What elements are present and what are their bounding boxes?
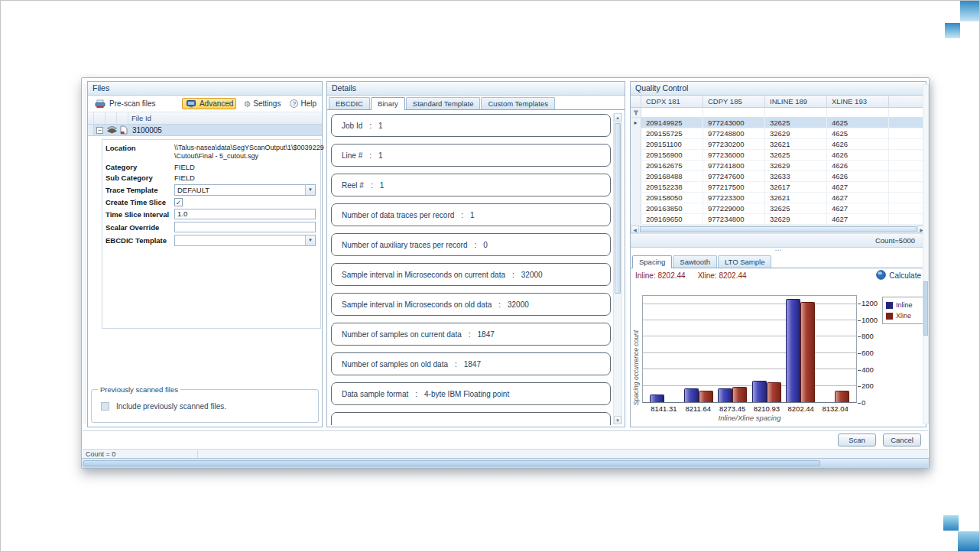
table-row[interactable]: 209151100977230200326214626	[631, 139, 926, 150]
table-cell[interactable]: 977248800	[703, 128, 765, 138]
column-header-inline[interactable]: INLINE 189	[765, 96, 827, 107]
table-cell[interactable]: 977241800	[703, 161, 765, 170]
table-cell[interactable]: 32625	[765, 118, 827, 128]
table-row[interactable]: 209169650977234800326294627	[631, 214, 926, 225]
table-cell[interactable]: 209155725	[641, 128, 703, 138]
table-cell[interactable]: 977236000	[703, 150, 765, 160]
table-cell[interactable]: 4626	[827, 150, 889, 160]
column-header-cdpx[interactable]: CDPX 181	[641, 96, 703, 107]
table-cell[interactable]: 4626	[827, 171, 889, 181]
table-cell[interactable]: 4627	[827, 182, 889, 192]
table-cell[interactable]: 209151100	[641, 139, 703, 149]
row-header[interactable]	[631, 214, 641, 224]
table-cell[interactable]: 4626	[827, 139, 889, 149]
splitter-handle[interactable]: ⋯	[631, 248, 926, 254]
scalar-override-field[interactable]	[174, 222, 316, 232]
table-cell[interactable]: 32621	[765, 193, 827, 203]
table-cell[interactable]: 4627	[827, 214, 889, 224]
file-row[interactable]: − 3100005	[88, 125, 322, 136]
scrollbar-thumb[interactable]	[640, 226, 917, 232]
file-id-column-header[interactable]: File Id	[128, 112, 322, 124]
help-button[interactable]: ? Help	[287, 99, 319, 109]
table-cell[interactable]: 4627	[827, 193, 889, 203]
table-cell[interactable]: 977247600	[703, 171, 765, 181]
table-row[interactable]: 209155725977248800326294625	[631, 128, 926, 139]
scrollbar-thumb[interactable]	[83, 460, 820, 466]
table-row[interactable]: 209156900977236000326254626	[631, 150, 926, 161]
table-cell[interactable]: 209169650	[641, 214, 703, 224]
tab-lto-sample[interactable]: LTO Sample	[718, 255, 771, 268]
ebcdic-template-dropdown[interactable]: ▼	[174, 235, 316, 246]
window-vertical-scrollbar[interactable]	[923, 84, 929, 424]
table-cell[interactable]: 977223300	[703, 193, 765, 203]
table-cell[interactable]: 4627	[827, 203, 889, 213]
table-cell[interactable]: 209152238	[641, 182, 703, 192]
table-cell[interactable]: 32625	[765, 203, 827, 213]
advanced-button[interactable]: Advanced	[182, 98, 236, 109]
table-cell[interactable]: 977234800	[703, 214, 765, 224]
table-row[interactable]: 209152238977217500326174627	[631, 182, 926, 193]
table-cell[interactable]: 32625	[765, 150, 827, 160]
table-row[interactable]: 209162675977241800326294626	[631, 161, 926, 171]
chevron-down-icon[interactable]: ▼	[305, 235, 315, 245]
window-bottom-scrollbar[interactable]	[82, 458, 929, 468]
table-cell[interactable]: 977243000	[703, 118, 765, 128]
table-cell[interactable]: 977230200	[703, 139, 765, 149]
row-header[interactable]	[631, 139, 641, 149]
row-header[interactable]	[631, 182, 641, 192]
scroll-left-icon[interactable]: ◀	[631, 226, 639, 233]
row-header[interactable]	[631, 161, 641, 170]
create-time-slice-checkbox[interactable]: ✓	[174, 198, 183, 206]
tab-binary[interactable]: Binary	[371, 97, 405, 110]
table-cell[interactable]: 209163850	[641, 203, 703, 213]
table-cell[interactable]: 209168488	[641, 171, 703, 181]
table-row[interactable]: ▸209149925977243000326254625	[631, 118, 926, 128]
trace-template-dropdown[interactable]: DEFAULT ▼	[174, 184, 316, 196]
qc-horizontal-scrollbar[interactable]: ◀ ▶	[631, 225, 926, 234]
settings-button[interactable]: ⚙ Settings	[241, 99, 283, 109]
table-cell[interactable]: 977229000	[703, 203, 765, 213]
table-cell[interactable]: 32633	[765, 171, 827, 181]
table-cell[interactable]: 209158050	[641, 193, 703, 203]
table-cell[interactable]: 32617	[765, 182, 827, 192]
cancel-button[interactable]: Cancel	[883, 433, 921, 446]
table-cell[interactable]: 209162675	[641, 161, 703, 170]
table-cell[interactable]: 209156900	[641, 150, 703, 160]
scrollbar-thumb[interactable]	[923, 281, 928, 336]
time-slice-interval-field[interactable]: 1.0	[174, 209, 316, 219]
row-header[interactable]	[631, 150, 641, 160]
scrollbar-thumb[interactable]	[615, 123, 621, 294]
table-cell[interactable]: 32629	[765, 214, 827, 224]
table-cell[interactable]: 32629	[765, 161, 827, 170]
table-cell[interactable]: 4626	[827, 161, 889, 170]
column-header-cdpy[interactable]: CDPY 185	[703, 96, 765, 107]
prescan-files-button[interactable]: Pre-scan files	[91, 99, 158, 109]
scan-button[interactable]: Scan	[838, 433, 876, 446]
row-header[interactable]	[631, 203, 641, 213]
tab-ebcdic[interactable]: EBCDIC	[329, 97, 370, 109]
scroll-up-icon[interactable]: ▲	[614, 113, 621, 122]
tab-sawtooth[interactable]: Sawtooth	[673, 255, 717, 268]
row-header[interactable]	[631, 171, 641, 181]
table-row[interactable]: 209163850977229000326254627	[631, 203, 926, 214]
table-cell[interactable]: 4625	[827, 128, 889, 138]
row-header[interactable]: ▸	[631, 118, 641, 128]
details-scrollbar[interactable]: ▲ ▼	[613, 113, 622, 424]
include-previously-scanned-checkbox[interactable]	[101, 402, 109, 411]
table-row[interactable]: 209168488977247600326334626	[631, 171, 926, 182]
scroll-down-icon[interactable]: ▼	[614, 416, 621, 424]
table-cell[interactable]: 32629	[765, 128, 827, 138]
tab-spacing[interactable]: Spacing	[632, 255, 672, 268]
tab-standard-template[interactable]: Standard Template	[406, 97, 481, 109]
row-header[interactable]	[631, 193, 641, 203]
qc-filter-row[interactable]	[631, 108, 926, 118]
calculate-button[interactable]: Calculate	[876, 270, 921, 281]
table-cell[interactable]: 209149925	[641, 118, 703, 128]
window-left-scrollbar[interactable]	[83, 84, 86, 424]
table-cell[interactable]: 4625	[827, 118, 889, 128]
table-cell[interactable]: 32621	[765, 139, 827, 149]
table-cell[interactable]: 977217500	[703, 182, 765, 192]
row-header[interactable]	[631, 128, 641, 138]
chevron-down-icon[interactable]: ▼	[305, 185, 315, 195]
tab-custom-templates[interactable]: Custom Templates	[481, 97, 555, 109]
